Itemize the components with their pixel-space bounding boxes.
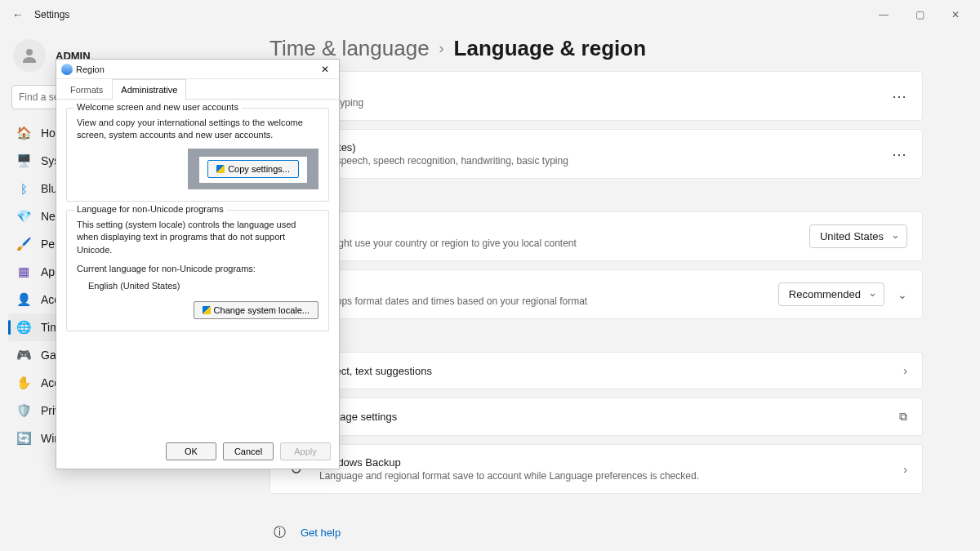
- nav-icon: 💎: [16, 209, 31, 224]
- cancel-button[interactable]: Cancel: [223, 442, 274, 460]
- nav-icon: ᛒ: [16, 182, 31, 196]
- chevron-right-icon: ›: [903, 364, 907, 377]
- current-lang-label: Current language for non-Unicode program…: [77, 263, 318, 275]
- nav-icon: 🔄: [16, 431, 31, 446]
- tab-formats[interactable]: Formats: [61, 79, 112, 100]
- ok-button[interactable]: OK: [166, 442, 216, 460]
- language-card[interactable]: eseeech, basic typing⋯: [270, 71, 923, 121]
- dialog-title: Region: [76, 64, 105, 74]
- settings-card[interactable]: k, autocorrect, text suggestions›: [270, 352, 923, 389]
- copy-settings-button[interactable]: Copy settings...: [207, 160, 299, 178]
- nav-icon: 🖥️: [16, 153, 31, 168]
- nav-icon: 🛡️: [16, 403, 31, 418]
- dialog-close-button[interactable]: ✕: [316, 64, 334, 75]
- change-system-locale-button[interactable]: Change system locale...: [194, 301, 318, 319]
- dropdown-select[interactable]: United States: [809, 224, 907, 248]
- external-link-icon: ⧉: [899, 410, 907, 424]
- group-text: This setting (system locale) controls th…: [77, 219, 318, 256]
- region-card[interactable]: or regionand apps might use your country…: [270, 211, 923, 261]
- apply-button[interactable]: Apply: [280, 442, 331, 460]
- globe-icon: [61, 64, 73, 75]
- more-options-button[interactable]: ⋯: [892, 145, 907, 163]
- group-text: View and copy your international setting…: [77, 117, 318, 142]
- nav-icon: 🎮: [16, 348, 31, 362]
- dropdown-select[interactable]: Recommended: [778, 282, 884, 306]
- get-help-link[interactable]: Get help: [301, 527, 341, 539]
- language-card[interactable]: (United States)ack, text-to-speech, spee…: [270, 129, 923, 179]
- nav-icon: ▦: [16, 264, 31, 279]
- help-icon: ⓘ: [271, 525, 287, 540]
- nav-icon: 🖌️: [16, 237, 31, 251]
- nav-icon: 🌐: [16, 320, 31, 335]
- welcome-screen-group: Welcome screen and new user accounts Vie…: [66, 108, 329, 202]
- expand-chevron-icon[interactable]: ⌄: [898, 288, 907, 301]
- windows-backup-card[interactable]: ↻ Windows Backup Language and regional f…: [270, 444, 923, 494]
- close-button[interactable]: ✕: [938, 2, 973, 28]
- group-label: Language for non-Unicode programs: [74, 204, 227, 214]
- chevron-right-icon: ›: [903, 463, 907, 476]
- avatar: [13, 39, 46, 72]
- more-options-button[interactable]: ⋯: [892, 87, 907, 105]
- content-area: Time & language › Language & region esee…: [237, 29, 980, 551]
- highlight-frame: Copy settings...: [188, 149, 318, 189]
- give-feedback-row[interactable]: ✎ Give feedback: [270, 547, 923, 551]
- card-subtitle: Language and regional format save to acc…: [319, 470, 699, 482]
- settings-card[interactable]: rative language settings⧉: [270, 398, 923, 436]
- breadcrumb: Time & language › Language & region: [270, 36, 923, 61]
- region-dialog: Region ✕ Formats Administrative Welcome …: [56, 59, 340, 469]
- shield-icon: [203, 306, 211, 314]
- chevron-right-icon: ›: [439, 40, 444, 57]
- window-titlebar: ← Settings — ▢ ✕: [0, 0, 980, 29]
- dialog-tabs: Formats Administrative: [56, 79, 339, 100]
- breadcrumb-parent[interactable]: Time & language: [270, 36, 430, 61]
- card-title: Windows Backup: [319, 456, 699, 469]
- get-help-row[interactable]: ⓘ Get help: [270, 518, 923, 547]
- maximize-button[interactable]: ▢: [902, 2, 938, 28]
- non-unicode-group: Language for non-Unicode programs This s…: [66, 210, 329, 331]
- tab-administrative[interactable]: Administrative: [112, 79, 186, 100]
- minimize-button[interactable]: —: [866, 2, 902, 28]
- nav-icon: 👤: [16, 292, 31, 307]
- current-lang-value: English (United States): [77, 280, 318, 292]
- shield-icon: [216, 165, 225, 173]
- svg-point-0: [26, 49, 33, 56]
- nav-icon: 🏠: [16, 126, 31, 140]
- nav-icon: ✋: [16, 375, 31, 390]
- window-title: Settings: [34, 9, 69, 20]
- back-button[interactable]: ←: [7, 8, 29, 21]
- group-label: Welcome screen and new user accounts: [74, 102, 242, 112]
- dialog-titlebar: Region ✕: [56, 60, 339, 79]
- page-title: Language & region: [454, 36, 646, 61]
- region-card[interactable]: formatand some apps format dates and tim…: [270, 269, 923, 319]
